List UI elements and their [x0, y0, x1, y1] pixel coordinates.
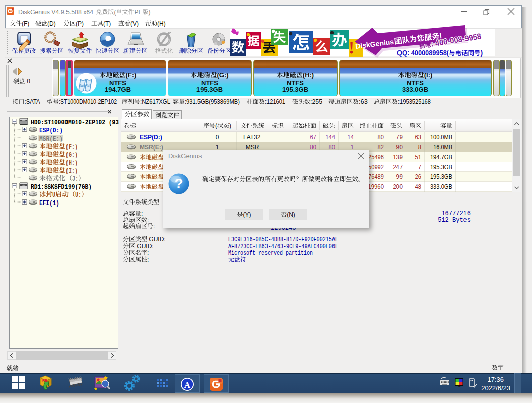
- svg-text:DiskGenius: DiskGenius: [168, 152, 202, 160]
- svg-text:A: A: [184, 380, 191, 390]
- svg-text:(N): (N): [287, 211, 295, 218]
- svg-text:?: ?: [174, 176, 183, 191]
- svg-text:(Y): (Y): [243, 211, 251, 218]
- svg-text:PE: PE: [42, 378, 48, 383]
- svg-text:17:36: 17:36: [487, 376, 504, 383]
- svg-text:2022/6/23: 2022/6/23: [481, 384, 510, 392]
